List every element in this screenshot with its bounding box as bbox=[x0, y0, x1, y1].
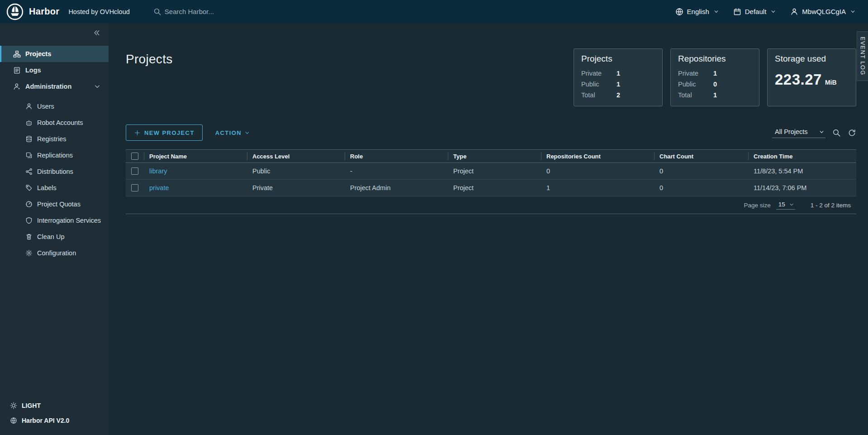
column-header-type: Type bbox=[448, 150, 541, 163]
action-label: ACTION bbox=[215, 129, 242, 136]
pagination-range: 1 - 2 of 2 items bbox=[811, 202, 851, 209]
cell-project-name: library bbox=[144, 167, 247, 175]
cell-role: Project Admin bbox=[345, 184, 448, 191]
stat-label: Total bbox=[678, 90, 713, 100]
chevron-down-icon bbox=[94, 83, 100, 90]
search-input[interactable] bbox=[165, 8, 355, 15]
sidebar-item-label: Logs bbox=[25, 67, 41, 74]
shield-icon bbox=[25, 217, 33, 224]
search-icon bbox=[153, 8, 161, 16]
sidebar-item-users[interactable]: Users bbox=[0, 98, 109, 115]
projects-icon bbox=[13, 50, 21, 58]
sidebar-nav: Projects Logs Administration bbox=[0, 46, 109, 261]
chevron-down-icon bbox=[714, 9, 719, 14]
global-search[interactable] bbox=[153, 8, 675, 16]
storage-value: 223.27 bbox=[775, 71, 822, 88]
select-all-checkbox[interactable] bbox=[131, 153, 138, 160]
new-project-button[interactable]: NEW PROJECT bbox=[126, 124, 203, 141]
action-dropdown-button[interactable]: ACTION bbox=[215, 129, 250, 136]
card-stat-row: Private 1 bbox=[581, 68, 655, 79]
sidebar-item-label: Registries bbox=[37, 135, 66, 143]
sidebar-item-projects[interactable]: Projects bbox=[0, 46, 109, 62]
cell-access-level: Private bbox=[247, 184, 345, 191]
sidebar-item-label: Clean Up bbox=[37, 233, 64, 240]
robot-icon bbox=[25, 119, 33, 126]
sidebar-item-label: Robot Accounts bbox=[37, 119, 83, 126]
card-stat-row: Total 1 bbox=[678, 90, 752, 100]
event-log-tab[interactable]: EVENT LOG bbox=[857, 31, 868, 81]
column-header-project-name: Project Name bbox=[144, 150, 247, 163]
column-header-chart-count: Chart Count bbox=[654, 150, 748, 163]
project-link[interactable]: private bbox=[149, 184, 169, 191]
card-stat-row: Public 0 bbox=[678, 79, 752, 90]
table-header-row: Project Name Access Level Role Type Repo… bbox=[126, 149, 856, 163]
share-icon bbox=[25, 168, 33, 175]
app-header: Harbor Hosted by OVHcloud English bbox=[0, 0, 868, 23]
users-icon bbox=[25, 103, 33, 110]
sidebar-item-project-quotas[interactable]: Project Quotas bbox=[0, 196, 109, 212]
harbor-app: Harbor Hosted by OVHcloud English bbox=[0, 0, 868, 435]
card-stat-row: Private 1 bbox=[678, 68, 752, 79]
search-icon[interactable] bbox=[832, 129, 841, 137]
card-stat-row: Public 1 bbox=[581, 79, 655, 90]
sidebar-item-label: Interrogation Services bbox=[37, 217, 101, 224]
collapse-sidebar-icon[interactable] bbox=[93, 29, 100, 37]
theme-toggle-light[interactable]: LIGHT bbox=[10, 402, 109, 409]
row-select-cell bbox=[126, 167, 144, 175]
table-row: private Private Project Admin Project 1 … bbox=[126, 180, 856, 196]
harbor-api-link[interactable]: Harbor API V2.0 bbox=[10, 417, 109, 424]
stat-label: Public bbox=[678, 79, 713, 90]
sidebar-item-configuration[interactable]: Configuration bbox=[0, 245, 109, 261]
app-body: Projects Logs Administration bbox=[0, 23, 868, 435]
row-checkbox[interactable] bbox=[131, 167, 138, 175]
cell-access-level: Public bbox=[247, 167, 345, 175]
language-dropdown[interactable]: English bbox=[675, 8, 719, 16]
column-header-role: Role bbox=[345, 150, 448, 163]
header-actions: English Default MbwQLGCgIA bbox=[675, 8, 855, 16]
datagrid-toolbar: NEW PROJECT ACTION All Projects bbox=[126, 124, 856, 141]
registry-icon bbox=[25, 135, 33, 143]
page-size-select[interactable]: 15 bbox=[776, 201, 795, 210]
sidebar-item-replications[interactable]: Replications bbox=[0, 147, 109, 163]
sidebar-item-labels[interactable]: Labels bbox=[0, 180, 109, 196]
sidebar-item-interrogation-services[interactable]: Interrogation Services bbox=[0, 212, 109, 229]
card-title: Storage used bbox=[775, 54, 849, 64]
tag-icon bbox=[25, 184, 33, 191]
cell-creation-time: 11/8/23, 5:54 PM bbox=[748, 167, 856, 175]
table-footer: Page size 15 1 - 2 of 2 items bbox=[126, 196, 856, 214]
stat-value: 2 bbox=[617, 90, 620, 100]
stat-value: 1 bbox=[617, 79, 620, 90]
sidebar-item-clean-up[interactable]: Clean Up bbox=[0, 229, 109, 245]
harbor-logo-icon[interactable] bbox=[6, 3, 24, 20]
sidebar-item-administration[interactable]: Administration bbox=[0, 78, 109, 95]
sidebar-item-robot-accounts[interactable]: Robot Accounts bbox=[0, 115, 109, 131]
chevron-down-icon bbox=[771, 9, 776, 14]
sidebar-item-distributions[interactable]: Distributions bbox=[0, 163, 109, 180]
sidebar-footer: LIGHT Harbor API V2.0 bbox=[0, 402, 109, 435]
storage-value-line: 223.27 MiB bbox=[775, 71, 849, 88]
logs-icon bbox=[13, 67, 21, 74]
chevron-down-icon bbox=[819, 129, 824, 134]
refresh-icon[interactable] bbox=[848, 129, 856, 137]
stat-label: Private bbox=[581, 68, 617, 79]
user-dropdown[interactable]: MbwQLGCgIA bbox=[790, 8, 855, 16]
select-all-cell bbox=[126, 150, 144, 163]
filter-selected-label: All Projects bbox=[775, 128, 808, 135]
sidebar-item-registries[interactable]: Registries bbox=[0, 131, 109, 147]
projects-table: Project Name Access Level Role Type Repo… bbox=[126, 149, 856, 214]
new-project-label: NEW PROJECT bbox=[144, 129, 194, 136]
sidebar-item-label: Administration bbox=[25, 83, 71, 90]
page-size-value: 15 bbox=[778, 201, 785, 208]
format-dropdown[interactable]: Default bbox=[733, 8, 776, 16]
summary-cards: Projects Private 1 Public 1 Total 2 bbox=[574, 48, 856, 106]
brand-title[interactable]: Harbor bbox=[29, 6, 59, 17]
chevron-down-icon bbox=[789, 202, 794, 207]
card-title: Projects bbox=[581, 54, 655, 64]
sidebar-item-logs[interactable]: Logs bbox=[0, 62, 109, 78]
project-link[interactable]: library bbox=[149, 167, 167, 175]
project-filter-select[interactable]: All Projects bbox=[772, 127, 825, 138]
cell-creation-time: 11/14/23, 7:06 PM bbox=[748, 184, 856, 191]
cell-type: Project bbox=[448, 167, 541, 175]
row-checkbox[interactable] bbox=[131, 184, 138, 191]
main-content: Projects Projects Private 1 Public 1 bbox=[109, 23, 868, 435]
